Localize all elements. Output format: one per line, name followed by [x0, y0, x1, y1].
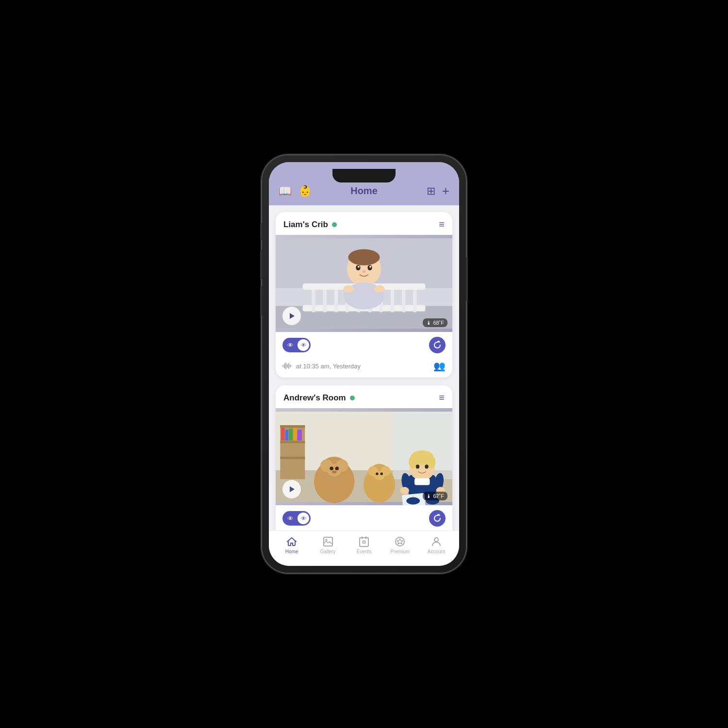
notch [332, 169, 396, 182]
premium-icon [394, 536, 406, 547]
svg-rect-43 [293, 428, 297, 441]
svg-point-51 [335, 466, 339, 470]
svg-point-69 [416, 464, 419, 468]
liams-crib-scene [276, 235, 452, 332]
header-left-icons: 📖 👶 [279, 185, 312, 198]
eye-icon-knob: 👁 [301, 515, 306, 521]
svg-rect-88 [324, 537, 332, 546]
toggle-knob: 👁 [298, 513, 309, 524]
baby-face-icon[interactable]: 👶 [298, 185, 312, 198]
home-icon [286, 536, 298, 547]
thermometer-icon: 🌡 [426, 493, 431, 499]
group-icon[interactable]: 👥 [433, 360, 446, 372]
liams-crib-activity-time: at 10:35 am, Yesterday [296, 363, 361, 370]
liams-crib-refresh-button[interactable] [429, 337, 446, 353]
svg-marker-25 [290, 313, 295, 319]
nav-premium[interactable]: Premium [382, 536, 418, 554]
andrews-room-toggle[interactable]: 👁 👁 [282, 511, 311, 526]
andrews-room-play-button[interactable] [282, 480, 301, 498]
liams-crib-settings-icon[interactable]: ≡ [439, 219, 445, 230]
svg-rect-4 [312, 288, 315, 312]
liams-crib-toggle[interactable]: 👁 👁 [282, 338, 311, 352]
andrews-room-refresh-button[interactable] [429, 510, 446, 527]
gallery-icon [322, 536, 334, 547]
svg-point-49 [327, 464, 342, 477]
svg-rect-30 [288, 363, 289, 369]
svg-point-78 [406, 497, 420, 505]
liams-crib-play-button[interactable] [282, 307, 301, 325]
andrews-room-title-area: Andrew's Room [283, 393, 355, 403]
nav-home-label: Home [285, 549, 298, 554]
liams-crib-activity: at 10:35 am, Yesterday [282, 362, 361, 370]
svg-point-96 [434, 538, 438, 542]
svg-point-18 [367, 265, 372, 270]
nav-premium-label: Premium [390, 549, 410, 554]
svg-rect-39 [280, 457, 305, 459]
nav-events[interactable]: Events [346, 536, 382, 554]
liams-crib-feed[interactable]: 🌡 68˚F [276, 235, 452, 332]
nav-gallery-label: Gallery [320, 549, 336, 554]
toggle-knob: 👁 [298, 339, 309, 351]
svg-point-17 [356, 265, 360, 270]
svg-point-19 [358, 266, 360, 268]
svg-point-70 [425, 464, 428, 468]
nav-gallery[interactable]: Gallery [310, 536, 346, 554]
nav-account-label: Account [428, 549, 445, 554]
svg-point-20 [369, 266, 371, 268]
page-title: Home [350, 185, 378, 197]
grid-icon[interactable]: ⊞ [427, 185, 435, 198]
svg-point-23 [343, 285, 354, 293]
liams-crib-card: Liam's Crib ≡ [276, 212, 452, 378]
svg-point-50 [330, 466, 333, 470]
svg-rect-38 [280, 441, 305, 444]
volume-up-button[interactable] [260, 250, 262, 279]
eye-icon: 👁 [287, 515, 294, 522]
svg-rect-13 [413, 288, 416, 312]
book-icon[interactable]: 📖 [279, 185, 292, 198]
liams-crib-footer: at 10:35 am, Yesterday 👥 [276, 358, 452, 378]
add-icon[interactable]: + [442, 183, 449, 199]
phone-wrapper: 📖 👶 Home ⊞ + Liam's Crib ≡ [262, 155, 466, 573]
andrews-room-controls: 👁 👁 [276, 505, 452, 530]
andrews-room-status-dot [350, 396, 355, 400]
svg-rect-37 [280, 425, 305, 428]
svg-marker-95 [397, 539, 403, 544]
bottom-nav: Home Gallery Events [269, 530, 459, 566]
liams-crib-controls: 👁 👁 [276, 332, 452, 358]
account-icon [430, 536, 442, 547]
svg-rect-71 [414, 479, 430, 485]
svg-point-93 [363, 541, 365, 544]
eye-icon: 👁 [287, 342, 294, 349]
volume-mute-button[interactable] [260, 223, 262, 240]
header-right-icons: ⊞ + [427, 183, 449, 199]
liams-crib-temperature: 🌡 68˚F [423, 318, 447, 327]
power-button[interactable] [466, 257, 468, 301]
svg-rect-90 [360, 538, 368, 546]
liams-crib-header: Liam's Crib ≡ [276, 212, 452, 235]
svg-point-16 [348, 249, 380, 265]
nav-account[interactable]: Account [418, 536, 454, 554]
svg-rect-26 [282, 365, 283, 367]
thermometer-icon: 🌡 [426, 320, 431, 326]
svg-rect-32 [291, 365, 292, 366]
phone-screen: 📖 👶 Home ⊞ + Liam's Crib ≡ [269, 162, 459, 566]
andrews-room-title: Andrew's Room [283, 393, 346, 403]
svg-rect-44 [298, 430, 302, 440]
andrews-room-scene [276, 408, 452, 505]
nav-home[interactable]: Home [274, 536, 310, 554]
liams-crib-status-dot [332, 222, 337, 227]
andrews-room-settings-icon[interactable]: ≡ [439, 392, 445, 403]
svg-point-59 [380, 473, 383, 476]
svg-marker-80 [290, 486, 295, 492]
andrews-room-temperature: 🌡 67˚F [423, 492, 447, 500]
svg-rect-29 [287, 364, 288, 368]
svg-rect-28 [285, 363, 286, 369]
events-icon [358, 536, 370, 547]
andrews-room-feed[interactable]: 🌡 67˚F [276, 408, 452, 505]
volume-down-button[interactable] [260, 286, 262, 315]
svg-point-57 [374, 471, 384, 480]
svg-rect-42 [289, 429, 293, 440]
svg-rect-27 [284, 364, 285, 368]
andrews-room-header: Andrew's Room ≡ [276, 385, 452, 408]
andrews-room-card: Andrew's Room ≡ [276, 385, 452, 530]
